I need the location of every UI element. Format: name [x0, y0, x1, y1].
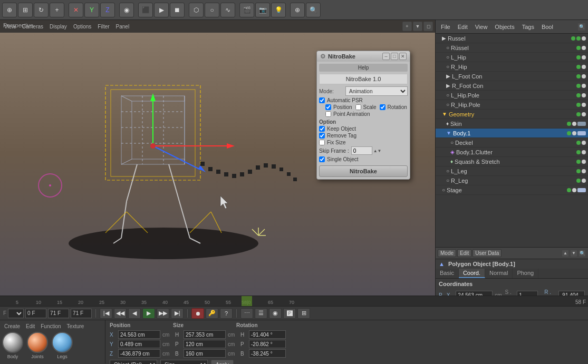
tree-item-l-foot-con[interactable]: ▶ L_Foot Con	[436, 72, 588, 81]
position-checkbox[interactable]	[325, 104, 331, 110]
single-object-checkbox[interactable]	[319, 156, 325, 162]
scale-checkbox[interactable]	[355, 104, 361, 110]
tree-item-geometry[interactable]: ▼ Geometry	[436, 110, 588, 119]
current-frame-input[interactable]	[71, 309, 92, 318]
tab-normal[interactable]: Normal	[485, 269, 513, 278]
boole-btn[interactable]: ⊕	[290, 3, 305, 17]
objects-menu[interactable]: Objects	[491, 23, 517, 31]
dialog-minimize-btn[interactable]: –	[382, 53, 390, 60]
rotate-tool-btn[interactable]: ↻	[34, 3, 49, 17]
vp-icon1[interactable]: +	[402, 22, 412, 31]
joints-material[interactable]	[27, 332, 48, 353]
rot-p-input[interactable]	[249, 340, 286, 348]
auto-psr-checkbox[interactable]	[319, 97, 325, 103]
tree-item-russel2[interactable]: ○ Rüssel	[436, 43, 588, 53]
x-axis-btn[interactable]: ✕	[69, 3, 83, 17]
vp-icon2[interactable]: ▼	[413, 22, 422, 31]
tree-item-body1clutter[interactable]: ◈ Body.1.Clutter	[436, 147, 588, 157]
right-search-icon[interactable]: 🔍	[577, 23, 586, 31]
tree-item-r-hip[interactable]: ○ R_Hip	[436, 62, 588, 72]
props-arrow-down[interactable]: ▼	[570, 250, 577, 257]
size-y-input[interactable]	[184, 340, 226, 348]
next-1-btn[interactable]: ▶▶	[157, 308, 169, 319]
tree-item-deckel[interactable]: ○ Deckel	[436, 138, 588, 147]
texture-label[interactable]: Texture	[65, 322, 86, 330]
light-btn[interactable]: 💡	[271, 3, 286, 17]
scale-tool-btn[interactable]: ⊞	[18, 3, 33, 17]
keep-object-checkbox[interactable]	[319, 126, 325, 132]
rot-h-input[interactable]	[249, 330, 286, 339]
file-menu[interactable]: File	[438, 23, 454, 31]
tree-item-r-leg[interactable]: ○ R_Leg	[436, 176, 588, 185]
tree-item-russel[interactable]: ▶ Russel	[436, 34, 588, 43]
y-axis-btn[interactable]: Y	[84, 3, 99, 17]
props-mode-btn[interactable]: Mode	[438, 249, 456, 257]
coord-mode-select[interactable]: Object (Rel) World	[110, 360, 157, 364]
render-settings-btn[interactable]: ⏹	[170, 3, 185, 17]
bool-menu[interactable]: Bool	[538, 23, 556, 31]
anim-btn[interactable]: ◉	[269, 308, 282, 319]
tree-item-body1[interactable]: ▼ Body.1	[436, 129, 588, 138]
tree-item-squash[interactable]: ♦ Squash & Stretch	[436, 157, 588, 166]
dialog-maximize-btn[interactable]: □	[391, 53, 398, 60]
size-mode-select[interactable]: Size Scale	[160, 360, 208, 364]
help-bar[interactable]: Help	[319, 64, 408, 72]
timeline-markers[interactable]: 5 10 15 20 25 30 35 40 45 50 55 58|0 65 …	[0, 296, 588, 307]
nitrobake-button[interactable]: NitroBake	[319, 165, 408, 177]
timeline-btn[interactable]: 🎬	[239, 3, 254, 17]
motion-path-btn[interactable]: ⋯	[240, 308, 253, 319]
filter-menu[interactable]: Filter	[95, 23, 111, 31]
skip-frame-input[interactable]	[351, 146, 372, 155]
move-tool-btn[interactable]: ⊕	[2, 3, 17, 17]
tab-basic[interactable]: Basic	[436, 269, 459, 278]
z-axis-btn[interactable]: Z	[100, 3, 115, 17]
tab-coord[interactable]: Coord.	[459, 269, 485, 278]
cube-btn[interactable]: ⬡	[189, 3, 204, 17]
props-userdata-btn[interactable]: User Data	[473, 249, 502, 257]
prev-1-btn[interactable]: ◀	[128, 308, 141, 319]
options-menu[interactable]: Options	[71, 23, 93, 31]
legs-material[interactable]	[52, 332, 73, 353]
fps-select[interactable]	[8, 309, 24, 318]
tree-item-l-hip-pole[interactable]: ○ L_Hip.Pole	[436, 91, 588, 100]
tree-item-l-leg[interactable]: ○ L_Leg	[436, 166, 588, 176]
body-material[interactable]	[2, 332, 23, 353]
tab-phong[interactable]: Phong	[513, 269, 538, 278]
vp-icon3[interactable]: ◻	[423, 22, 433, 31]
display-menu[interactable]: Display	[47, 23, 69, 31]
mode-select[interactable]: Animation Object	[345, 86, 408, 96]
pos-y-input[interactable]	[118, 340, 160, 348]
tree-item-stage[interactable]: ○ Stage	[436, 185, 588, 195]
create-label[interactable]: Create	[2, 322, 22, 330]
end-frame-input[interactable]	[48, 309, 69, 318]
rotation-checkbox[interactable]	[380, 104, 385, 110]
rot-b-input[interactable]	[249, 349, 286, 358]
expand-btn[interactable]: ⊞	[297, 308, 310, 319]
pos-x-input[interactable]	[118, 330, 160, 339]
size-z-input[interactable]	[184, 349, 226, 358]
world-btn[interactable]: ◉	[119, 3, 134, 17]
prev-frame-btn[interactable]: ◀◀	[114, 308, 127, 319]
dialog-close-btn[interactable]: ✕	[399, 53, 407, 60]
point-anim-checkbox[interactable]	[325, 111, 331, 117]
tree-item-l-hip[interactable]: ○ L_Hip	[436, 53, 588, 62]
tree-item-r-foot-con[interactable]: ▶ R_Foot Con	[436, 81, 588, 91]
camera-btn[interactable]: 📷	[255, 3, 270, 17]
props-edit-btn[interactable]: Edit	[457, 249, 471, 257]
sphere-btn[interactable]: ○	[205, 3, 219, 17]
layer-btn[interactable]: ☰	[255, 308, 267, 319]
first-frame-btn[interactable]: |◀	[100, 308, 112, 319]
render-btn[interactable]: ▶	[154, 3, 169, 17]
fix-size-checkbox[interactable]	[319, 140, 325, 145]
props-arrow-up[interactable]: ▲	[562, 250, 569, 257]
render-region-btn[interactable]: ⬛	[138, 3, 153, 17]
apply-button[interactable]: Apply	[211, 360, 234, 364]
tree-item-skin[interactable]: ♦ Skin	[436, 119, 588, 129]
props-search-icon[interactable]: 🔍	[579, 250, 586, 257]
size-x-input[interactable]	[184, 330, 226, 339]
start-frame-input[interactable]	[25, 309, 46, 318]
auto-key-btn[interactable]: 🔑	[206, 308, 218, 319]
function-label[interactable]: Function	[38, 322, 63, 330]
edit-label[interactable]: Edit	[24, 322, 37, 330]
nurbs-btn[interactable]: ∿	[220, 3, 235, 17]
